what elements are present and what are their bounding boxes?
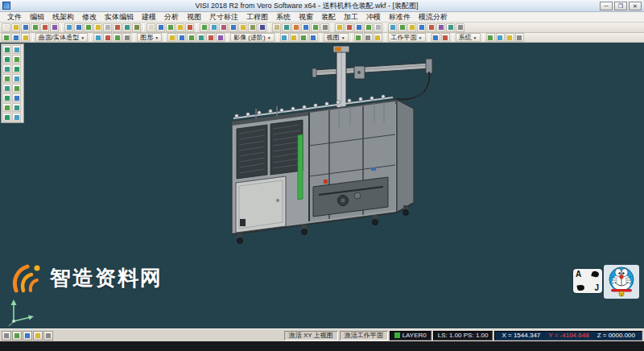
side-tool-icon[interactable] [2, 55, 11, 64]
menu-item-7[interactable]: 分析 [160, 12, 183, 23]
side-tool-icon[interactable] [2, 74, 11, 83]
menu-item-9[interactable]: 尺寸标注 [205, 12, 242, 23]
tool-icon[interactable] [187, 33, 196, 42]
tool-icon[interactable] [21, 33, 30, 42]
menu-item-5[interactable]: 实体编辑 [101, 12, 138, 23]
tool-icon[interactable] [364, 23, 373, 32]
tool-icon[interactable] [335, 23, 344, 32]
tool-icon[interactable] [50, 23, 59, 32]
menu-item-4[interactable]: 修改 [78, 12, 101, 23]
side-tool-icon[interactable] [12, 55, 21, 64]
side-tool-icon[interactable] [2, 113, 11, 122]
menu-item-12[interactable]: 视窗 [295, 12, 317, 23]
tool-icon[interactable] [354, 23, 363, 32]
menu-item-6[interactable]: 建模 [138, 12, 160, 23]
tool-icon[interactable] [431, 33, 440, 42]
tool-icon[interactable] [229, 23, 237, 32]
toolbar-dropdown[interactable]: 工作平面▼ [388, 33, 426, 42]
side-tool-icon[interactable] [2, 103, 11, 112]
side-tool-icon[interactable] [12, 84, 21, 93]
tool-icon[interactable] [84, 23, 93, 32]
toolbar-dropdown[interactable]: 视图▼ [324, 33, 349, 42]
tool-icon[interactable] [122, 23, 131, 32]
tool-icon[interactable] [506, 33, 514, 42]
tool-icon[interactable] [177, 33, 186, 42]
tool-icon[interactable] [427, 23, 436, 32]
menu-item-2[interactable]: 编辑 [26, 12, 48, 23]
status-icon[interactable] [43, 331, 53, 341]
status-active-view[interactable]: 激活 XY 上视图 [284, 331, 338, 341]
side-tool-icon[interactable] [12, 64, 21, 73]
tool-icon[interactable] [238, 23, 247, 32]
tool-icon[interactable] [345, 23, 353, 32]
toolbar-dropdown[interactable]: 曲面/实体造型▼ [35, 33, 88, 42]
tool-icon[interactable] [374, 23, 382, 32]
tool-icon[interactable] [206, 33, 215, 42]
status-icon[interactable] [2, 331, 11, 341]
menu-item-3[interactable]: 线架构 [48, 12, 78, 23]
menu-item-15[interactable]: 冲模 [362, 12, 385, 23]
tool-icon[interactable] [299, 33, 308, 42]
menu-item-17[interactable]: 模流分析 [415, 12, 452, 23]
tool-icon[interactable] [216, 33, 225, 42]
tool-icon[interactable] [456, 23, 464, 32]
tool-icon[interactable] [301, 23, 310, 32]
status-workplane[interactable]: 激活工作平面 [340, 331, 388, 341]
side-tool-icon[interactable] [2, 93, 11, 102]
tool-icon[interactable] [74, 23, 83, 32]
menu-item-10[interactable]: 工程图 [242, 12, 272, 23]
tool-icon[interactable] [167, 33, 176, 42]
tool-icon[interactable] [248, 23, 257, 32]
tool-icon[interactable] [93, 33, 102, 42]
menu-item-16[interactable]: 标准件 [385, 12, 415, 23]
tool-icon[interactable] [446, 23, 455, 32]
cad-model-3d[interactable] [224, 45, 441, 246]
menu-item-14[interactable]: 加工 [340, 12, 362, 23]
status-icon[interactable] [12, 331, 22, 341]
viewport[interactable]: 智造资料网 A J [0, 43, 644, 328]
close-button[interactable]: ✕ [629, 2, 642, 10]
side-tool-icon[interactable] [12, 45, 21, 54]
tool-icon[interactable] [417, 23, 426, 32]
tool-icon[interactable] [309, 33, 318, 42]
tool-icon[interactable] [21, 23, 30, 32]
tool-icon[interactable] [103, 23, 112, 32]
tool-icon[interactable] [40, 23, 49, 32]
tool-icon[interactable] [436, 23, 445, 32]
tool-icon[interactable] [311, 23, 320, 32]
tool-icon[interactable] [272, 23, 281, 32]
tool-icon[interactable] [398, 23, 407, 32]
status-icon[interactable] [33, 331, 43, 341]
side-tool-icon[interactable] [2, 45, 11, 54]
tool-icon[interactable] [2, 23, 10, 32]
tool-icon[interactable] [113, 23, 122, 32]
side-tool-icon[interactable] [12, 93, 21, 102]
tool-icon[interactable] [209, 23, 218, 32]
tool-icon[interactable] [11, 23, 20, 32]
tool-icon[interactable] [219, 23, 228, 32]
toolbar-dropdown[interactable]: 影像 (进阶)▼ [230, 33, 275, 42]
tool-icon[interactable] [354, 33, 363, 42]
tool-icon[interactable] [486, 33, 495, 42]
tool-icon[interactable] [122, 33, 131, 42]
tool-icon[interactable] [132, 23, 141, 32]
tool-icon[interactable] [515, 33, 524, 42]
menu-item-1[interactable]: 文件 [3, 12, 26, 23]
tool-icon[interactable] [2, 33, 10, 42]
tool-icon[interactable] [291, 23, 300, 32]
side-tool-icon[interactable] [2, 64, 11, 73]
tool-icon[interactable] [113, 33, 122, 42]
toolbar-dropdown[interactable]: 图形▼ [137, 33, 162, 42]
minimize-button[interactable]: ─ [600, 2, 613, 10]
tool-icon[interactable] [103, 33, 112, 42]
tool-icon[interactable] [441, 33, 450, 42]
tool-icon[interactable] [166, 23, 175, 32]
tool-icon[interactable] [282, 23, 291, 32]
tool-icon[interactable] [200, 23, 208, 32]
side-tool-icon[interactable] [2, 84, 11, 93]
tool-icon[interactable] [364, 33, 373, 42]
menu-item-11[interactable]: 系统 [272, 12, 295, 23]
tool-icon[interactable] [388, 23, 397, 32]
tool-icon[interactable] [156, 23, 165, 32]
maximize-button[interactable]: ❐ [614, 2, 627, 10]
